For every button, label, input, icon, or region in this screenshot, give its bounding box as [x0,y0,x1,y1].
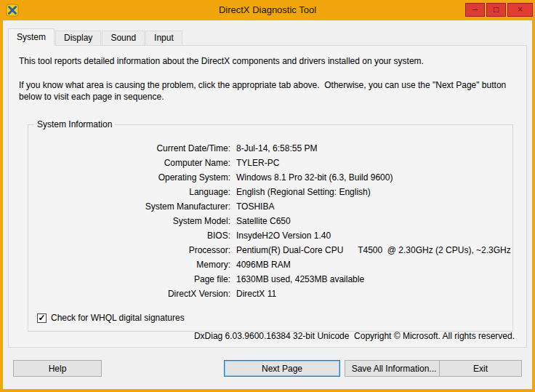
info-label: BIOS: [28,231,230,241]
info-row: DirectX Version:DirectX 11 [28,287,512,301]
info-label: System Manufacturer: [28,201,230,212]
whql-checkbox-row[interactable]: Check for WHQL digital signatures [37,313,185,323]
info-row: System Manufacturer:TOSHIBA [28,199,512,214]
tab-strip: System Display Sound Input [8,31,183,46]
info-row: Memory:4096MB RAM [28,257,512,272]
maximize-button[interactable]: □ [486,3,506,17]
info-value: 1630MB used, 4253MB available [230,274,364,284]
status-line: DxDiag 6.03.9600.16384 32-bit Unicode Co… [194,331,515,341]
info-row: Current Date/Time:8-Jul-14, 6:58:55 PM [28,141,512,156]
intro-text-2: If you know what area is causing the pro… [19,79,519,103]
group-label: System Information [34,119,115,129]
info-row: BIOS:InsydeH2O Version 1.40 [28,228,512,243]
info-label: Current Date/Time: [28,143,230,153]
info-value: 8-Jul-14, 6:58:55 PM [230,143,317,153]
info-row: System Model:Satellite C650 [28,214,512,228]
tab-display[interactable]: Display [55,31,101,45]
window-controls: – □ × [465,3,533,17]
info-row: Language:English (Regional Setting: Engl… [28,185,512,199]
info-label: Memory: [28,260,230,270]
info-label: Operating System: [28,172,230,183]
window-title: DirectX Diagnostic Tool [0,0,535,20]
info-value: DirectX 11 [230,289,276,299]
system-information-group: System Information Current Date/Time:8-J… [28,124,513,332]
intro-text-1: This tool reports detailed information a… [19,56,516,66]
info-value: Windows 8.1 Pro 32-bit (6.3, Build 9600) [230,172,393,183]
tab-page-system: This tool reports detailed information a… [8,45,527,348]
info-label: System Model: [28,216,230,226]
info-value: English (Regional Setting: English) [230,187,371,197]
tab-input[interactable]: Input [145,31,182,45]
tab-sound[interactable]: Sound [102,31,145,45]
info-value: TOSHIBA [230,201,274,212]
help-button[interactable]: Help [13,360,102,377]
info-value: InsydeH2O Version 1.40 [230,231,331,241]
minimize-button[interactable]: – [465,3,485,17]
next-page-button[interactable]: Next Page [224,360,340,377]
tab-system[interactable]: System [8,28,55,46]
info-label: Language: [28,187,230,197]
close-button[interactable]: × [507,3,533,17]
info-row: Page file:1630MB used, 4253MB available [28,272,512,287]
client-area: System Display Sound Input This tool rep… [3,20,532,389]
info-value: 4096MB RAM [230,260,291,270]
info-label: Processor: [28,245,230,255]
info-row: Operating System:Windows 8.1 Pro 32-bit … [28,170,512,185]
save-all-information-button[interactable]: Save All Information... [345,360,443,377]
info-value: TYLER-PC [230,158,279,168]
info-row: Processor:Pentium(R) Dual-Core CPU T4500… [28,243,512,257]
info-label: DirectX Version: [28,289,230,299]
info-value: Pentium(R) Dual-Core CPU T4500 @ 2.30GHz… [230,245,511,255]
info-row: Computer Name:TYLER-PC [28,156,512,170]
info-rows: Current Date/Time:8-Jul-14, 6:58:55 PM C… [28,141,512,301]
info-label: Page file: [28,274,230,284]
dxdiag-window: DirectX Diagnostic Tool – □ × System Dis… [0,0,535,392]
window-titlebar: DirectX Diagnostic Tool – □ × [0,0,535,20]
whql-checkbox-label: Check for WHQL digital signatures [51,313,185,323]
info-label: Computer Name: [28,158,230,168]
whql-checkbox[interactable] [37,313,47,323]
info-value: Satellite C650 [230,216,291,226]
exit-button[interactable]: Exit [439,360,522,377]
